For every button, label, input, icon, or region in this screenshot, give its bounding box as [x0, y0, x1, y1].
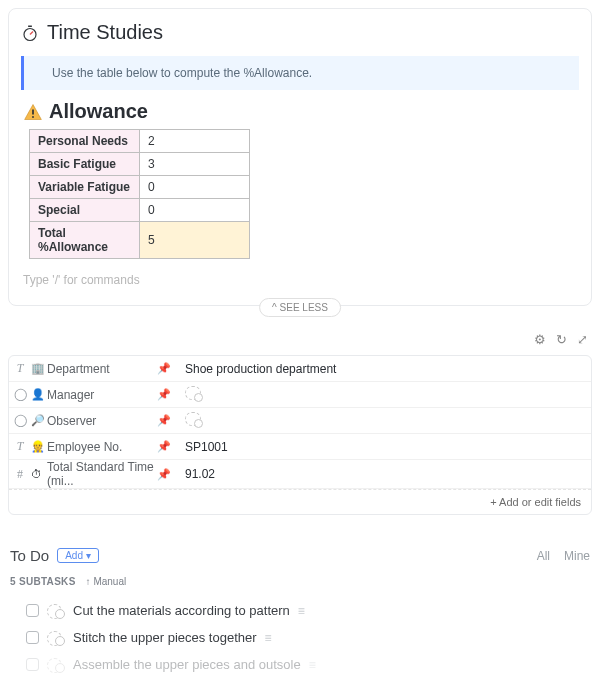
add-edit-fields-button[interactable]: + Add or edit fields: [9, 489, 591, 514]
timer-icon: ⏱: [31, 468, 47, 480]
task-row[interactable]: Cut the materials according to pattern ≡: [0, 597, 600, 624]
field-row-manager[interactable]: ◯ 👤 Manager 📌: [9, 382, 591, 408]
filter-mine[interactable]: Mine: [564, 549, 590, 563]
row-label: Variable Fatigue: [30, 176, 140, 199]
svg-rect-4: [32, 116, 34, 118]
time-studies-card: Time Studies Use the table below to comp…: [8, 8, 592, 306]
row-value[interactable]: 0: [140, 176, 250, 199]
text-type-icon: T: [9, 439, 31, 454]
subtasks-count: 5 SUBTASKS: [10, 576, 76, 587]
field-row-total-std-time[interactable]: # ⏱ Total Standard Time (mi... 📌 91.02: [9, 460, 591, 489]
field-label: Total Standard Time (mi...: [47, 460, 157, 488]
observer-icon: 🔎: [31, 414, 47, 427]
fields-panel: T 🏢 Department 📌 Shoe production departm…: [8, 355, 592, 515]
row-value: 5: [140, 222, 250, 259]
drag-handle-icon[interactable]: ≡: [309, 658, 316, 672]
filter-all[interactable]: All: [537, 549, 550, 563]
svg-line-1: [30, 31, 33, 34]
stopwatch-icon: [21, 24, 39, 42]
assignee-icon[interactable]: [47, 604, 65, 618]
command-input[interactable]: Type '/' for commands: [23, 273, 577, 287]
todo-heading: To Do: [10, 547, 49, 564]
manager-icon: 👤: [31, 388, 47, 401]
field-row-employee-no[interactable]: T 👷 Employee No. 📌 SP1001: [9, 434, 591, 460]
add-task-button[interactable]: Add ▾: [57, 548, 99, 563]
table-row: Variable Fatigue0: [30, 176, 250, 199]
drag-handle-icon[interactable]: ≡: [265, 631, 272, 645]
person-type-icon: ◯: [9, 413, 31, 428]
task-checkbox[interactable]: [26, 631, 39, 644]
row-label: Total %Allowance: [30, 222, 140, 259]
title-row: Time Studies: [21, 21, 579, 44]
row-label: Special: [30, 199, 140, 222]
field-label: Department: [47, 362, 157, 376]
field-value[interactable]: SP1001: [179, 440, 591, 454]
row-value[interactable]: 2: [140, 130, 250, 153]
info-callout: Use the table below to compute the %Allo…: [21, 56, 579, 90]
field-value[interactable]: [179, 386, 591, 403]
task-title: Assemble the upper pieces and outsole: [73, 657, 301, 672]
task-row[interactable]: Assemble the upper pieces and outsole ≡: [0, 651, 600, 678]
todo-filters: All Mine: [537, 549, 590, 563]
settings-icon[interactable]: ⚙: [534, 332, 546, 347]
number-type-icon: #: [9, 467, 31, 482]
empty-assignee-icon[interactable]: [185, 412, 201, 426]
card-toolbar: ⚙ ↻ ⤢: [0, 314, 600, 351]
task-row[interactable]: Stitch the upper pieces together ≡: [0, 624, 600, 651]
task-title: Cut the materials according to pattern: [73, 603, 290, 618]
svg-rect-2: [28, 25, 32, 27]
row-label: Personal Needs: [30, 130, 140, 153]
department-icon: 🏢: [31, 362, 47, 375]
drag-handle-icon[interactable]: ≡: [298, 604, 305, 618]
page-title: Time Studies: [47, 21, 163, 44]
row-value[interactable]: 3: [140, 153, 250, 176]
table-row: Basic Fatigue3: [30, 153, 250, 176]
pin-icon[interactable]: 📌: [157, 414, 179, 427]
task-checkbox[interactable]: [26, 604, 39, 617]
field-label: Manager: [47, 388, 157, 402]
table-row: Personal Needs2: [30, 130, 250, 153]
allowance-heading-row: Allowance: [23, 100, 579, 123]
allowance-heading: Allowance: [49, 100, 148, 123]
pin-icon[interactable]: 📌: [157, 440, 179, 453]
pin-icon[interactable]: 📌: [157, 388, 179, 401]
field-row-department[interactable]: T 🏢 Department 📌 Shoe production departm…: [9, 356, 591, 382]
employee-icon: 👷: [31, 440, 47, 453]
task-checkbox[interactable]: [26, 658, 39, 671]
table-row-total: Total %Allowance5: [30, 222, 250, 259]
sort-manual[interactable]: ↑ Manual: [86, 576, 127, 587]
field-label: Observer: [47, 414, 157, 428]
field-label: Employee No.: [47, 440, 157, 454]
empty-assignee-icon[interactable]: [185, 386, 201, 400]
assignee-icon[interactable]: [47, 631, 65, 645]
task-title: Stitch the upper pieces together: [73, 630, 257, 645]
field-value[interactable]: 91.02: [179, 467, 591, 481]
svg-rect-3: [32, 109, 34, 114]
row-value[interactable]: 0: [140, 199, 250, 222]
table-row: Special0: [30, 199, 250, 222]
warning-icon: [23, 102, 43, 122]
todo-header: To Do Add ▾ All Mine: [0, 527, 600, 572]
assignee-icon[interactable]: [47, 658, 65, 672]
person-type-icon: ◯: [9, 387, 31, 402]
pin-icon[interactable]: 📌: [157, 468, 179, 481]
pin-icon[interactable]: 📌: [157, 362, 179, 375]
expand-icon[interactable]: ⤢: [577, 332, 588, 347]
see-less-button[interactable]: ^ SEE LESS: [259, 298, 341, 317]
field-row-observer[interactable]: ◯ 🔎 Observer 📌: [9, 408, 591, 434]
subtasks-bar: 5 SUBTASKS ↑ Manual: [0, 572, 600, 597]
text-type-icon: T: [9, 361, 31, 376]
row-label: Basic Fatigue: [30, 153, 140, 176]
field-value[interactable]: [179, 412, 591, 429]
history-icon[interactable]: ↻: [556, 332, 567, 347]
field-value[interactable]: Shoe production department: [179, 362, 591, 376]
allowance-table: Personal Needs2 Basic Fatigue3 Variable …: [29, 129, 250, 259]
